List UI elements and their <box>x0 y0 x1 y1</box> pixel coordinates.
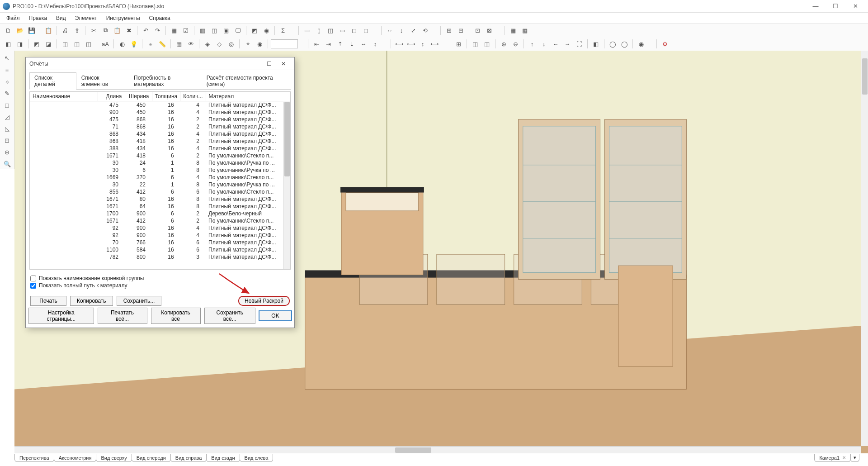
tab-left[interactable]: Вид слева <box>240 454 274 462</box>
clip-icon[interactable]: ◧ <box>590 38 601 49</box>
col-length[interactable]: Длина <box>98 92 125 101</box>
cube-icon[interactable]: ◨ <box>14 38 25 49</box>
check-full-path[interactable]: Показать полный путь к материалу <box>30 282 290 289</box>
tool-icon[interactable]: ↔ <box>384 25 395 36</box>
table-row[interactable]: 167141862По умолчанию\Стекло п... <box>30 152 290 159</box>
dialog-minimize-button[interactable]: — <box>247 59 262 69</box>
tab-material-needs[interactable]: Потребность в материалах <box>129 72 202 90</box>
viewport-scroll-v[interactable] <box>861 51 868 446</box>
table-row[interactable]: 167141262По умолчанию\Стекло п... <box>30 217 290 224</box>
tool-icon[interactable]: ▯ <box>313 25 324 36</box>
tool-icon[interactable]: ⊕ <box>2 147 13 157</box>
tab-front[interactable]: Вид спереди <box>132 454 171 462</box>
table-row[interactable]: 475450164Плитный материал ДС\Ф... <box>30 101 290 109</box>
tool-icon[interactable]: ▣ <box>221 25 231 36</box>
zoom-icon[interactable]: 🔍 <box>2 158 13 169</box>
table-row[interactable]: 475868162Плитный материал ДС\Ф... <box>30 116 290 123</box>
tool-icon[interactable]: ▭ <box>337 25 348 36</box>
dim-icon[interactable]: ⟷ <box>429 38 440 49</box>
arrow-icon[interactable]: ↓ <box>538 38 549 49</box>
print-icon[interactable]: 🖨 <box>60 25 71 36</box>
tool-icon[interactable]: ◎ <box>226 38 236 49</box>
view-icon[interactable]: ◫ <box>60 38 71 49</box>
table-row[interactable]: 166937064По умолчанию\Стекло п... <box>30 174 290 181</box>
table-row[interactable]: 85641266По умолчанию\Стекло п... <box>30 188 290 195</box>
expand-icon[interactable]: ⛶ <box>574 38 585 49</box>
align-icon[interactable]: ⇡ <box>335 38 345 49</box>
reports-icon[interactable]: ☑ <box>180 25 191 36</box>
tool-icon[interactable]: 🖵 <box>232 25 243 36</box>
target-icon[interactable]: ◉ <box>254 38 265 49</box>
magnet-icon[interactable]: ⌖ <box>242 38 253 49</box>
tool-icon[interactable]: ▦ <box>508 25 519 36</box>
arrow-icon[interactable]: ↑ <box>527 38 538 49</box>
properties-icon[interactable]: 📋 <box>43 25 54 36</box>
dim-icon[interactable]: ⟷ <box>394 38 405 49</box>
menu-help[interactable]: Справка <box>145 14 175 22</box>
minimize-button[interactable]: — <box>806 0 826 13</box>
col-qty[interactable]: Колич... <box>180 92 206 101</box>
align-icon[interactable]: ⇣ <box>346 38 357 49</box>
view-icon[interactable]: ◫ <box>83 38 94 49</box>
save-icon[interactable]: 💾 <box>26 25 37 36</box>
new-icon[interactable]: 🗋 <box>3 25 14 36</box>
ok-button[interactable]: OK <box>259 311 292 321</box>
menu-file[interactable]: Файл <box>2 14 24 22</box>
delete-icon[interactable]: ✖ <box>123 25 134 36</box>
dialog-title-bar[interactable]: Отчёты — ☐ ✕ <box>26 57 294 70</box>
table-scrollbar[interactable] <box>283 102 290 269</box>
table-row[interactable]: 70766166Плитный материал ДС\Ф... <box>30 239 290 246</box>
table-row[interactable]: 302418По умолчанию\Ручка по ... <box>30 159 290 166</box>
nav-icon[interactable]: ⊖ <box>510 38 521 49</box>
sigma-icon[interactable]: Σ <box>278 25 288 36</box>
tool-icon[interactable]: ⟐ <box>2 76 13 87</box>
table-row[interactable]: 30618По умолчанию\Ручка по ... <box>30 166 290 174</box>
tool-icon[interactable]: ◺ <box>2 123 13 134</box>
tool-icon[interactable]: ⟐ <box>145 38 156 49</box>
open-icon[interactable]: 📂 <box>14 25 25 36</box>
select-icon[interactable]: ↖ <box>2 52 13 63</box>
table-row[interactable]: 167180168Плитный материал ДС\Ф... <box>30 195 290 203</box>
camera-icon[interactable]: ◯ <box>619 38 630 49</box>
arrow-icon[interactable]: → <box>562 38 573 49</box>
table-row[interactable]: 868418162Плитный материал ДС\Ф... <box>30 138 290 145</box>
tool-icon[interactable]: ≡ <box>2 64 13 75</box>
checkbox-full-path[interactable] <box>30 283 36 289</box>
tool-icon[interactable]: ◩ <box>249 25 260 36</box>
tab-right[interactable]: Вид справа <box>170 454 207 462</box>
tab-camera1[interactable]: Камера1 ✕ <box>814 454 851 462</box>
undo-icon[interactable]: ↶ <box>140 25 151 36</box>
table-row[interactable]: 71868162Плитный материал ДС\Ф... <box>30 123 290 130</box>
maximize-button[interactable]: ☐ <box>826 0 845 13</box>
align-icon[interactable]: ⇥ <box>323 38 334 49</box>
arrow-icon[interactable]: ← <box>550 38 561 49</box>
dialog-close-button[interactable]: ✕ <box>276 59 291 69</box>
dim-icon[interactable]: ↕ <box>417 38 428 49</box>
tool-icon[interactable]: ◻ <box>2 100 13 110</box>
close-button[interactable]: ✕ <box>845 0 865 13</box>
paste-icon[interactable]: 📋 <box>112 25 123 36</box>
snap-icon[interactable]: ⊞ <box>453 38 464 49</box>
zoom-combo[interactable] <box>271 39 298 48</box>
tab-parts-list[interactable]: Список деталей <box>29 72 76 90</box>
tool-icon[interactable]: ⊡ <box>2 135 13 146</box>
tool-icon[interactable]: ◫ <box>325 25 336 36</box>
save-all-button[interactable]: Сохранить всё... <box>204 308 255 324</box>
table-row[interactable]: 868434164Плитный материал ДС\Ф... <box>30 130 290 138</box>
copy-all-button[interactable]: Копировать всё <box>151 308 201 324</box>
table-row[interactable]: 92900164Плитный материал ДС\Ф... <box>30 232 290 239</box>
render-icon[interactable]: ◉ <box>636 38 646 49</box>
checkbox-root-group[interactable] <box>30 276 36 281</box>
shadow-icon[interactable]: ◐ <box>117 38 127 49</box>
tool-icon[interactable]: ◉ <box>261 25 272 36</box>
menu-edit[interactable]: Правка <box>24 14 52 22</box>
print-button[interactable]: Печать <box>30 296 66 306</box>
text-icon[interactable]: aA <box>100 38 111 49</box>
tab-axonometry[interactable]: Аксонометрия <box>54 454 97 462</box>
pencil-icon[interactable]: ✎ <box>2 88 13 99</box>
table-row[interactable]: 170090062Дерево\Бело-черный <box>30 210 290 217</box>
tool-icon[interactable]: ⤢ <box>408 25 419 36</box>
redo-icon[interactable]: ↷ <box>152 25 163 36</box>
catalog-icon[interactable]: ▦ <box>169 25 179 36</box>
page-setup-button[interactable]: Настройка страницы... <box>28 308 94 324</box>
